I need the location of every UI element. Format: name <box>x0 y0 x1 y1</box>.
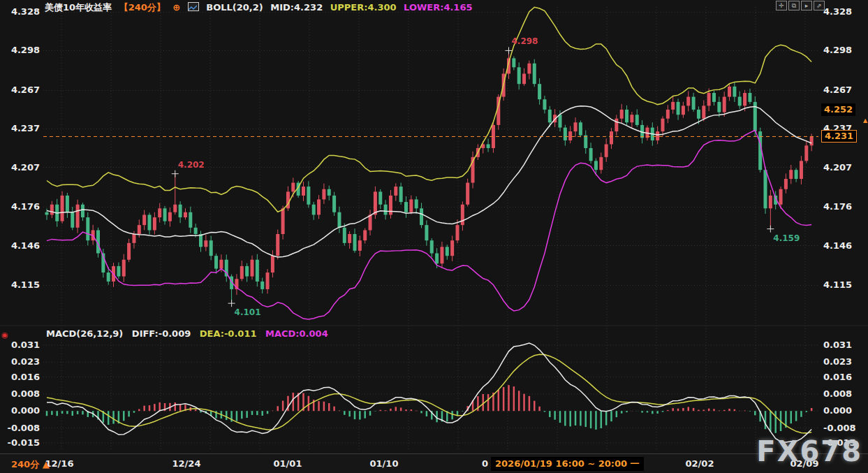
macd-name: MACD(26,12,9) <box>46 328 123 339</box>
pan-icon[interactable]: ✛ <box>776 1 787 10</box>
chart-title: 美债10年收益率 <box>45 2 112 13</box>
zoom-window-icon[interactable]: ⧉ <box>788 1 800 10</box>
macd-dea-value: DEA:-0.011 <box>200 328 257 339</box>
chart-canvas[interactable] <box>0 0 868 473</box>
boll-lower-value: LOWER:4.165 <box>404 2 472 13</box>
crosshair-zero-label: 0 <box>482 458 488 469</box>
boll-mid-value: MID:4.232 <box>270 2 323 13</box>
extreme-marker <box>767 226 774 233</box>
chart-toolbar: ✛⧉▸⇗ <box>776 1 826 14</box>
indicator-marker-icon[interactable]: ◉ <box>1 330 8 340</box>
add-indicator-icon[interactable]: ⊕ <box>172 2 180 13</box>
watermark: FX678 <box>756 435 862 467</box>
chart-window: 4.2024.1014.2984.1594.3284.3284.2984.298… <box>0 0 868 473</box>
timeframe-label[interactable]: 【240分】 <box>119 2 165 13</box>
play-icon[interactable]: ▸ <box>801 1 812 10</box>
macd-hist-value: MACD:0.004 <box>265 328 328 339</box>
macd-diff-value: DIFF:-0.009 <box>132 328 191 339</box>
boll-upper-line <box>47 7 811 212</box>
macd-diff-line <box>47 343 811 442</box>
crosshair-date-label: 2026/01/19 16:00 ~ 20:00 一 <box>491 457 644 471</box>
macd-histogram <box>47 385 811 433</box>
gridlines <box>0 7 868 451</box>
extreme-marker <box>172 170 179 177</box>
chart-header: 美债10年收益率 【240分】 ⊕ BOLL(20,2) MID:4.232 U… <box>45 1 477 14</box>
x-axis-bar <box>0 453 868 473</box>
timeframe-selector[interactable]: 240分 ▲ <box>11 458 50 471</box>
export-icon[interactable]: ⇗ <box>814 1 825 10</box>
chart-type-icon[interactable] <box>188 2 199 11</box>
boll-lower-line <box>47 130 811 319</box>
extreme-marker <box>228 300 235 307</box>
boll-upper-value: UPPER:4.300 <box>330 2 397 13</box>
up-triangle-icon: ▲ <box>43 459 50 470</box>
macd-header: MACD(26,12,9) DIFF:-0.009 DEA:-0.011 MAC… <box>46 328 334 339</box>
boll-label: BOLL(20,2) <box>206 2 263 13</box>
